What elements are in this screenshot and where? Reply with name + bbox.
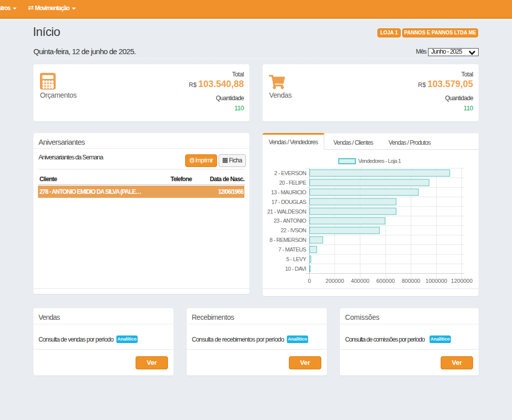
- svg-text:5 - LEVY: 5 - LEVY: [286, 256, 307, 262]
- svg-text:200000: 200000: [325, 278, 344, 284]
- svg-text:Vendedores - Loja 1: Vendedores - Loja 1: [358, 158, 401, 164]
- svg-text:8 - REMERSON: 8 - REMERSON: [270, 237, 307, 243]
- svg-text:10 - DAVI: 10 - DAVI: [285, 266, 307, 272]
- svg-text:20 - FELIPE: 20 - FELIPE: [279, 180, 307, 186]
- svg-text:400000: 400000: [351, 278, 370, 284]
- svg-text:600000: 600000: [376, 278, 395, 284]
- svg-text:1200000: 1200000: [451, 278, 473, 284]
- svg-text:21 - WALDESON: 21 - WALDESON: [267, 208, 306, 215]
- svg-text:22 - IVSON: 22 - IVSON: [281, 227, 307, 233]
- svg-text:7 - MATEUS: 7 - MATEUS: [278, 246, 306, 253]
- svg-text:17 - DOUGLAS: 17 - DOUGLAS: [271, 199, 306, 205]
- svg-text:0: 0: [308, 278, 311, 284]
- svg-text:2 - EVERSON: 2 - EVERSON: [274, 170, 307, 176]
- svg-text:13 - MAURICIO: 13 - MAURICIO: [271, 189, 307, 195]
- svg-text:23 - ANTONIO: 23 - ANTONIO: [274, 218, 307, 224]
- svg-text:800000: 800000: [402, 278, 420, 284]
- svg-text:1000000: 1000000: [425, 278, 447, 284]
